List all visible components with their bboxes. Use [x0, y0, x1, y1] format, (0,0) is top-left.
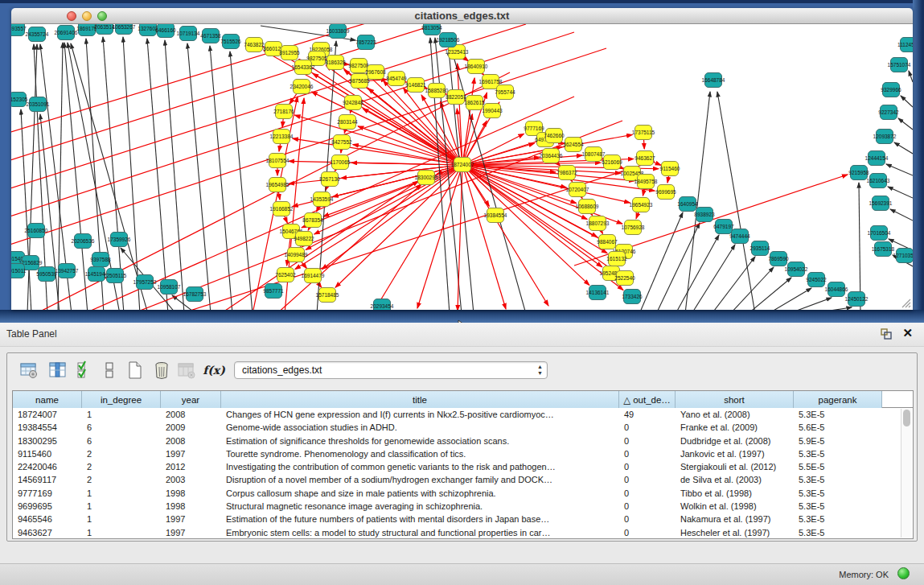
edge-line[interactable]	[676, 235, 719, 310]
edge-line[interactable]	[165, 40, 184, 310]
network-node[interactable]: 9397588	[92, 252, 109, 267]
network-node[interactable]: 1862615	[466, 95, 483, 110]
network-node[interactable]: 9474444	[731, 229, 749, 244]
network-node[interactable]: 3624554	[565, 137, 582, 152]
network-node[interactable]: 17957253	[136, 274, 154, 290]
network-node[interactable]: 9115460	[661, 161, 679, 176]
network-select-dropdown[interactable]: citations_edges.txt ▲▼	[234, 361, 548, 379]
edge-line[interactable]	[351, 163, 462, 165]
table-row[interactable]: 969969511998Structural magnetic resonanc…	[13, 500, 913, 513]
network-node[interactable]: 2522540	[616, 270, 634, 286]
network-node[interactable]: 1869175	[78, 24, 96, 36]
edge-line[interactable]	[187, 43, 211, 310]
network-node[interactable]: 8493557	[11, 24, 25, 36]
network-node[interactable]: 2803144	[339, 114, 356, 130]
network-node[interactable]: 10719134	[179, 26, 197, 41]
network-node[interactable]: 16210643	[869, 173, 887, 188]
network-node[interactable]: 12505115	[106, 268, 124, 283]
table-row[interactable]: 946554611997Estimation of the future num…	[13, 513, 913, 525]
network-node[interactable]: 2967608	[367, 64, 384, 80]
edge-line[interactable]	[717, 92, 755, 310]
network-node[interactable]: 9827508	[350, 58, 368, 73]
edge-line[interactable]	[748, 278, 791, 310]
network-node[interactable]: 15751074	[890, 57, 908, 72]
network-node[interactable]: 25160850	[27, 223, 45, 238]
network-node[interactable]: 16648784	[704, 72, 722, 88]
network-node[interactable]: 9245022	[807, 272, 825, 287]
network-node[interactable]: 9463627	[636, 150, 654, 166]
edge-line[interactable]	[890, 209, 913, 220]
edge-line[interactable]	[888, 187, 913, 198]
network-node[interactable]: 7515526	[222, 34, 240, 49]
network-node[interactable]: 7955744	[496, 84, 514, 100]
network-node[interactable]: 10756928	[624, 220, 642, 235]
network-node[interactable]: 20206536	[74, 233, 92, 249]
edge-line[interactable]	[123, 37, 140, 310]
network-node[interactable]: 19218506	[439, 32, 457, 47]
network-node[interactable]: 12444154	[868, 150, 885, 166]
table-row[interactable]: 977716911998Corpus callosum shape and si…	[13, 487, 913, 500]
network-node[interactable]: 1170065	[331, 154, 349, 170]
network-node[interactable]: 4671358	[202, 28, 220, 43]
edge-line[interactable]	[909, 71, 913, 82]
network-node[interactable]: 9227342	[880, 105, 897, 120]
network-node[interactable]: 19384554	[487, 208, 504, 223]
float-icon[interactable]	[881, 328, 892, 340]
column-header-out_de[interactable]: △ out_de…	[619, 391, 676, 408]
table-row[interactable]: 911546021997Tourette syndrome. Phenomeno…	[13, 447, 913, 460]
network-node[interactable]: 9242848	[344, 95, 362, 110]
edge-line[interactable]	[692, 245, 735, 310]
network-node[interactable]: 18807293	[589, 216, 606, 231]
edge-line[interactable]	[886, 164, 913, 175]
edge-line[interactable]	[894, 142, 913, 154]
edge-line[interactable]	[898, 118, 913, 130]
network-node[interactable]: 19654923	[632, 197, 650, 212]
network-node[interactable]: 12450122	[848, 291, 865, 307]
network-node[interactable]: 8822057	[447, 89, 465, 105]
network-node[interactable]: 8660123	[265, 41, 282, 56]
network-node[interactable]: 1733426	[623, 289, 641, 304]
network-node[interactable]: 16914479	[304, 268, 322, 283]
network-node[interactable]: 11451944	[88, 266, 105, 282]
network-node[interactable]: 1990443	[483, 103, 501, 118]
network-node[interactable]: 10653267	[115, 24, 133, 35]
edge-line[interactable]	[808, 307, 852, 310]
network-node[interactable]: 7462660	[545, 128, 563, 143]
network-node[interactable]: 8912955	[281, 45, 298, 60]
network-window-titlebar[interactable]: citations_edges.txt	[11, 8, 913, 24]
edge-line[interactable]	[462, 165, 506, 309]
function-builder-icon[interactable]: f(x)	[203, 360, 224, 381]
table-row[interactable]: 2242004622012Investigating the contribut…	[13, 460, 913, 473]
network-node[interactable]: 12093872	[876, 129, 893, 144]
network-node[interactable]: 16033809	[329, 24, 347, 39]
network-node[interactable]: 10688609	[578, 199, 596, 214]
network-node[interactable]: 9329966	[882, 82, 900, 97]
network-node[interactable]: 20293454	[373, 299, 391, 310]
network-node[interactable]: 20364436	[542, 148, 560, 163]
network-node[interactable]: 18300295	[417, 170, 435, 185]
network-node[interactable]: 7463822	[245, 37, 263, 52]
network-node[interactable]: 9215958	[850, 165, 868, 180]
network-canvas[interactable]: 1872400774638228660123891295519226058982…	[11, 24, 913, 310]
network-node[interactable]: 8813054	[423, 24, 441, 35]
network-node[interactable]: 9884067	[598, 234, 616, 249]
network-node[interactable]: 8186328	[326, 55, 344, 70]
network-node[interactable]: 24355724	[28, 27, 46, 42]
table-row[interactable]: 1456911722003Disruption of a novel membe…	[13, 473, 913, 486]
new-column-icon[interactable]	[125, 360, 146, 381]
network-node[interactable]: 19166852	[273, 201, 290, 216]
edge-line[interactable]	[788, 298, 832, 310]
network-node[interactable]: 6466160	[157, 24, 175, 38]
network-node[interactable]: 17375115	[634, 125, 652, 140]
edge-line[interactable]	[901, 96, 913, 107]
edge-line[interactable]	[458, 165, 462, 310]
network-node[interactable]: 14136141	[589, 285, 606, 300]
column-header-in_degree[interactable]: in_degree	[82, 391, 161, 408]
column-visibility-icon[interactable]	[47, 360, 68, 381]
rows-icon[interactable]	[99, 360, 120, 381]
network-node[interactable]: 7625402	[277, 267, 294, 282]
network-node[interactable]: 5950539	[38, 266, 55, 282]
column-header-name[interactable]: name	[13, 391, 82, 408]
network-node[interactable]: 9498222	[295, 231, 313, 246]
network-node[interactable]: 8915011	[11, 263, 25, 278]
